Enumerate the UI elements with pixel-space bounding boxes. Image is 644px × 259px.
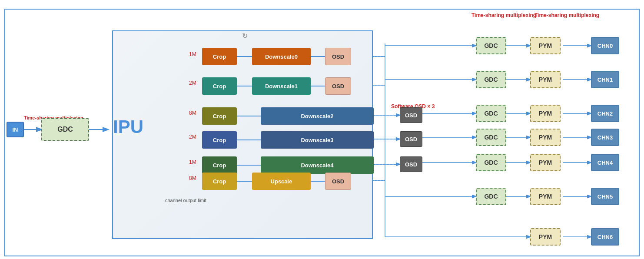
- size-5: 8M: [189, 175, 196, 181]
- chn-1: CHN1: [591, 71, 619, 88]
- channel-output-label: channel output limit: [165, 198, 206, 203]
- in-box: IN: [7, 122, 24, 137]
- size-3: 2M: [189, 134, 196, 140]
- osd-0: OSD: [325, 48, 351, 65]
- downscale1: Downscale1: [252, 77, 311, 95]
- pym-0: PYM: [530, 37, 561, 54]
- downscale4: Downscale4: [261, 156, 374, 174]
- crop-5: Crop: [202, 173, 237, 190]
- pym-5: PYM: [530, 188, 561, 205]
- pym-3: PYM: [530, 129, 561, 146]
- pym-6: PYM: [530, 228, 561, 246]
- size-2: 8M: [189, 110, 196, 116]
- crop-3: Crop: [202, 131, 237, 149]
- gdc-right-3: GDC: [476, 129, 506, 146]
- osd-5: OSD: [325, 173, 351, 190]
- osd-dark-4: OSD: [400, 156, 422, 172]
- gdc-right-0: GDC: [476, 37, 506, 54]
- gdc-right-5: GDC: [476, 188, 506, 205]
- diagram-container: IN Time-sharing multiplexing GDC IPU cha…: [0, 0, 644, 259]
- osd-dark-2: OSD: [400, 107, 422, 123]
- gdc-left-label: GDC: [57, 126, 73, 133]
- gdc-right-2: GDC: [476, 105, 506, 122]
- downscale0: Downscale0: [252, 48, 311, 65]
- upscale: Upscale: [252, 173, 311, 190]
- downscale3: Downscale3: [261, 131, 374, 149]
- chn-3: CHN3: [591, 129, 619, 146]
- pym-4: PYM: [530, 154, 561, 171]
- size-0: 1M: [189, 51, 196, 57]
- gdc-right-1: GDC: [476, 71, 506, 88]
- downscale2: Downscale2: [261, 107, 374, 125]
- resize-handle-icon: ↻: [240, 31, 249, 40]
- crop-2: Crop: [202, 107, 237, 125]
- pym-1: PYM: [530, 71, 561, 88]
- chn-4: CHN4: [591, 154, 619, 171]
- osd-1: OSD: [325, 77, 351, 95]
- gdc-right-4: GDC: [476, 154, 506, 171]
- crop-1: Crop: [202, 77, 237, 95]
- time-sharing-right1-label: Time-sharing multiplexing: [471, 12, 536, 18]
- ipu-label: IPU: [113, 116, 143, 137]
- pym-2: PYM: [530, 105, 561, 122]
- crop-4: Crop: [202, 156, 237, 174]
- osd-dark-3: OSD: [400, 131, 422, 147]
- size-1: 2M: [189, 80, 196, 86]
- crop-0: Crop: [202, 48, 237, 65]
- gdc-left-box: GDC: [41, 118, 89, 141]
- size-4: 1M: [189, 159, 196, 165]
- chn-2: CHN2: [591, 105, 619, 122]
- time-sharing-right2-label: Time-sharing multiplexing: [534, 12, 599, 18]
- chn-0: CHN0: [591, 37, 619, 54]
- chn-6: CHN6: [591, 228, 619, 246]
- in-label: IN: [13, 126, 18, 133]
- chn-5: CHN5: [591, 188, 619, 205]
